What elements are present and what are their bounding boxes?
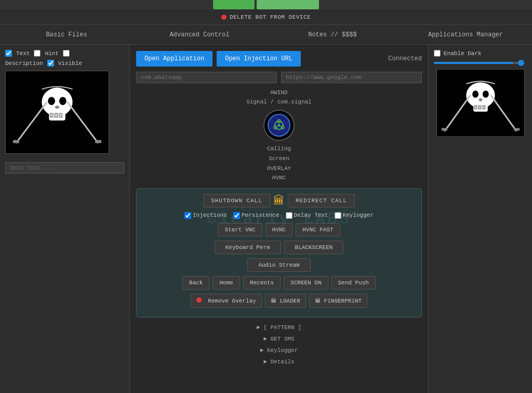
blackscreen-button[interactable]: BLACKSCREEN: [284, 241, 344, 254]
checkbox-persistence[interactable]: [233, 212, 240, 219]
checkbox-persistence-label[interactable]: Persistence: [233, 212, 280, 219]
label-hvnc: HVNC: [136, 173, 422, 183]
svg-rect-34: [514, 128, 520, 130]
label-persistence: Persistence: [242, 212, 280, 218]
keyboard-perm-button[interactable]: Keyboard Perm: [215, 241, 281, 254]
bank-icon: 🏛: [273, 194, 285, 208]
pirate-image-left: [5, 71, 109, 154]
overlay-labels: Calling Screen OVERLAY HVNC: [136, 144, 422, 183]
loader-label: LOADER: [280, 298, 300, 304]
start-vnc-button[interactable]: Start VNC: [218, 223, 262, 237]
enable-dark-checkbox[interactable]: [434, 50, 441, 57]
nav-bar: Basic Files Advanced Control Notes // $$…: [0, 25, 532, 45]
checkbox-row-top: Text Hint: [5, 50, 124, 57]
hvnc-fast-button[interactable]: HVNC FAST: [296, 223, 340, 237]
label-delay-text: Delay Text: [294, 212, 328, 218]
open-application-button[interactable]: Open Application: [136, 51, 212, 67]
svg-point-25: [472, 90, 478, 98]
label-keylogger: Keylogger: [343, 212, 374, 218]
nav-notes[interactable]: Notes // $$$$: [266, 25, 399, 44]
checkbox-delay-text[interactable]: [286, 212, 292, 219]
back-button[interactable]: Back: [182, 276, 209, 290]
recents-button[interactable]: Recents: [243, 276, 281, 290]
send-push-button[interactable]: Send Push: [331, 276, 376, 290]
svg-rect-30: [482, 106, 485, 109]
overlay-row: Remove Overlay 🏛 LOADER 🏛 FiNGERPRiNT: [142, 294, 416, 308]
svg-rect-12: [95, 140, 101, 143]
nav-applications-manager[interactable]: Applications Manager: [399, 25, 532, 44]
label-hint: Hint: [45, 50, 58, 57]
injection-url-input[interactable]: [281, 72, 422, 83]
loader-bank-icon: 🏛: [271, 298, 280, 304]
footer-links: ► [ PATTERN ] ► GET SMS ► Keylogger ► De…: [136, 322, 422, 368]
nav-advanced-control[interactable]: Advanced Control: [133, 25, 266, 44]
checkbox-extra[interactable]: [63, 50, 70, 57]
dark-slider[interactable]: [434, 62, 522, 64]
main-content: Text Hint Description Visible: [0, 45, 532, 393]
delete-bar[interactable]: DELETE BOT FROM DEVICE: [0, 9, 532, 25]
screen-on-button[interactable]: SCREEN ON: [284, 276, 328, 290]
fingerprint-bank-icon: 🏛: [315, 298, 324, 304]
app-package-input[interactable]: [136, 72, 277, 83]
svg-rect-32: [441, 128, 447, 130]
top-buttons-row: Open Application Open Injection URL Conn…: [136, 51, 422, 67]
slider-fill: [434, 62, 513, 64]
fingerprint-button[interactable]: 🏛 FiNGERPRiNT: [309, 294, 367, 308]
action-panel: SHUTDOWN CALL 🏛 REDIRECT CALL Injections…: [136, 188, 422, 318]
remove-overlay-label: Remove Overlay: [208, 298, 256, 304]
footer-pattern[interactable]: ► [ PATTERN ]: [136, 322, 422, 333]
checkbox-hint[interactable]: [34, 50, 41, 57]
slider-thumb: [518, 60, 524, 66]
enable-dark-label: Enable Dark: [444, 50, 482, 57]
call-buttons-row: SHUTDOWN CALL 🏛 REDIRECT CALL: [142, 194, 416, 208]
svg-point-5: [55, 106, 59, 109]
home-button[interactable]: Home: [212, 276, 240, 290]
top-button-1[interactable]: [213, 0, 255, 9]
label-visible: Visible: [58, 60, 82, 67]
checkbox-delay-text-label[interactable]: Delay Text: [286, 212, 328, 219]
label-text: Text: [16, 50, 30, 57]
svg-rect-29: [478, 106, 481, 109]
left-panel: Text Hint Description Visible: [0, 45, 130, 393]
audio-row: Audio Stream: [142, 258, 416, 272]
footer-keylogger[interactable]: ► Keylogger: [136, 345, 422, 356]
nav-basic-files[interactable]: Basic Files: [0, 25, 133, 44]
svg-rect-10: [13, 140, 19, 143]
svg-point-3: [48, 97, 55, 105]
vnc-row: Start VNC HVNC HVNC FAST: [142, 223, 416, 237]
remove-overlay-button[interactable]: Remove Overlay: [191, 294, 262, 308]
label-overlay: OVERLAY: [136, 164, 422, 174]
svg-rect-7: [55, 113, 58, 117]
shutdown-call-button[interactable]: SHUTDOWN CALL: [203, 194, 270, 207]
label-screen: Screen: [136, 154, 422, 164]
audio-stream-button[interactable]: Audio Stream: [247, 258, 310, 272]
label-injections: Injections: [193, 212, 227, 218]
input-row: [136, 72, 422, 83]
delete-label: DELETE BOT FROM DEVICE: [230, 14, 311, 20]
label-description: Description: [5, 60, 43, 67]
checkbox-text[interactable]: [5, 50, 12, 57]
checkbox-injections-label[interactable]: Injections: [184, 212, 227, 219]
top-bar: [0, 0, 532, 9]
keyboard-row: Keyboard Perm BLACKSCREEN: [142, 241, 416, 254]
checkbox-visible[interactable]: [47, 60, 54, 67]
checkbox-keylogger-label[interactable]: Keylogger: [335, 212, 374, 219]
pirate-image-right: [436, 69, 525, 137]
checkbox-row-bottom: Description Visible: [5, 60, 124, 67]
open-injection-url-button[interactable]: Open Injection URL: [217, 51, 301, 67]
footer-details[interactable]: ► Details: [136, 356, 422, 368]
info-line2: Signal / com.signal: [136, 98, 422, 107]
checkbox-injections[interactable]: [184, 212, 191, 219]
top-bar-buttons: [213, 0, 319, 9]
connected-label: Connected: [388, 55, 422, 62]
footer-get-sms[interactable]: ► GET SMS: [136, 333, 422, 345]
redirect-call-button[interactable]: REDIRECT CALL: [288, 194, 355, 207]
svg-point-26: [482, 90, 488, 98]
svg-rect-28: [474, 106, 477, 109]
top-button-2[interactable]: [257, 0, 319, 9]
loader-button[interactable]: 🏛 LOADER: [265, 294, 306, 308]
hvnc-button[interactable]: HVNC: [265, 223, 292, 237]
checkbox-keylogger[interactable]: [335, 212, 341, 219]
remove-dot: [196, 297, 202, 303]
send-text-input[interactable]: [5, 162, 124, 174]
